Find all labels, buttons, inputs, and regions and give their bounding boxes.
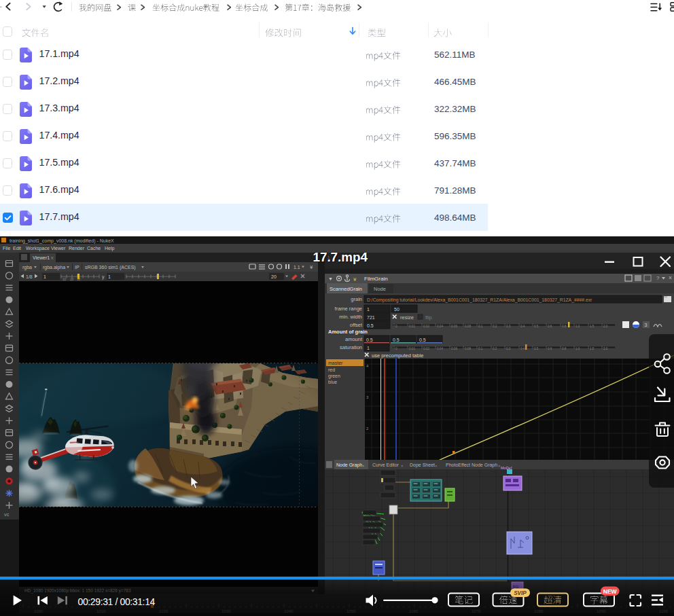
svg-text:Node: Node <box>374 286 386 292</box>
svg-text:0.3: 0.3 <box>506 325 511 328</box>
svg-text:×: × <box>435 464 438 468</box>
svg-text:Render: Render <box>69 246 85 251</box>
svg-text:0.01: 0.01 <box>409 347 415 350</box>
svg-text:sRGB 360 sim1 (ACES): sRGB 360 sim1 (ACES) <box>85 265 136 270</box>
svg-text:Curve Editor: Curve Editor <box>372 463 400 467</box>
svg-text:Workspace: Workspace <box>26 246 50 251</box>
svg-text:1.1: 1.1 <box>294 265 300 270</box>
svg-text:1: 1 <box>43 274 46 279</box>
svg-text:0.1: 0.1 <box>478 347 483 350</box>
svg-text:0.04: 0.04 <box>437 347 443 350</box>
svg-text:▼: ▼ <box>328 276 333 281</box>
svg-text:×: × <box>362 464 365 468</box>
svg-text:0: 0 <box>395 347 397 350</box>
svg-text:1: 1 <box>367 307 370 312</box>
svg-text:0.06: 0.06 <box>451 347 457 350</box>
svg-text:0.5: 0.5 <box>367 323 374 328</box>
svg-text:vc: vc <box>4 511 10 518</box>
svg-text:0.4: 0.4 <box>520 347 525 350</box>
svg-text:NEW: NEW <box>603 588 618 595</box>
svg-text:×: × <box>669 274 672 281</box>
svg-text:0.08: 0.08 <box>465 325 471 328</box>
svg-text:10 20 30: 10 20 30 <box>63 278 81 281</box>
svg-text:¥: ¥ <box>309 264 313 270</box>
svg-text:50: 50 <box>394 307 400 312</box>
svg-text:saturation: saturation <box>340 344 362 350</box>
svg-text:0.02: 0.02 <box>423 325 429 328</box>
svg-text:use precomputed table: use precomputed table <box>372 352 423 359</box>
svg-text:frame range: frame range <box>335 306 362 312</box>
svg-text:1.0: 1.0 <box>575 347 580 350</box>
svg-text:0.2: 0.2 <box>493 325 497 328</box>
svg-text:0.04: 0.04 <box>437 325 443 328</box>
svg-text:0.06: 0.06 <box>451 325 457 328</box>
svg-text:3: 3 <box>645 323 648 327</box>
svg-text:ScannedGrain: ScannedGrain <box>330 286 362 292</box>
svg-text:y: y <box>102 274 105 280</box>
svg-text:0.8: 0.8 <box>562 325 567 328</box>
svg-text:offset: offset <box>350 322 363 328</box>
svg-text:SVIP: SVIP <box>514 590 527 596</box>
svg-text:0.8: 0.8 <box>562 347 567 350</box>
svg-text:0.02: 0.02 <box>423 347 429 350</box>
svg-text:0.1: 0.1 <box>478 325 483 328</box>
svg-text:721: 721 <box>367 315 375 320</box>
svg-text:0.5: 0.5 <box>419 338 426 342</box>
svg-text:green: green <box>328 374 340 379</box>
svg-text:red: red <box>328 367 335 372</box>
svg-text:?: ? <box>656 275 660 281</box>
svg-text:0.4: 0.4 <box>520 325 525 328</box>
svg-text:0.08: 0.08 <box>465 347 471 350</box>
svg-text:rgba.alpha: rgba.alpha <box>43 265 65 270</box>
svg-text:Help: Help <box>105 246 115 251</box>
svg-text:0.01: 0.01 <box>409 325 415 328</box>
svg-text:1: 1 <box>367 346 370 350</box>
svg-text:2.0: 2.0 <box>603 325 608 328</box>
svg-text:File: File <box>3 246 10 251</box>
svg-text:0.5: 0.5 <box>393 338 400 342</box>
svg-text:training_shot1_comp_v008.nk (m: training_shot1_comp_v008.nk (modified) -… <box>10 238 114 244</box>
svg-text:00:29:31 / 00:31:14: 00:29:31 / 00:31:14 <box>78 596 156 607</box>
svg-text:D:/Compositing tutorial/Lookde: D:/Compositing tutorial/Lookdev/Alexa_B0… <box>367 297 592 303</box>
svg-text:0.5: 0.5 <box>534 347 539 350</box>
svg-text:Cache: Cache <box>87 246 101 251</box>
svg-text:x: x <box>51 255 54 260</box>
svg-text:2.0: 2.0 <box>603 347 608 350</box>
svg-text:flip: flip <box>425 314 432 321</box>
svg-text:Dope Sheet: Dope Sheet <box>410 463 435 468</box>
svg-text:0.5: 0.5 <box>534 325 539 328</box>
svg-text:rgba: rgba <box>22 265 32 270</box>
svg-text:20: 20 <box>271 274 277 279</box>
svg-text:0.2: 0.2 <box>493 347 497 350</box>
svg-text:min. width: min. width <box>339 314 362 320</box>
svg-text:1: 1 <box>108 274 111 279</box>
svg-text:Amount of grain: Amount of grain <box>328 329 368 335</box>
svg-text:blue: blue <box>328 380 337 384</box>
svg-text:FilmGrain: FilmGrain <box>364 276 388 282</box>
svg-text:Edit: Edit <box>13 246 21 251</box>
svg-text:resize: resize <box>400 314 414 321</box>
svg-text:Viewer: Viewer <box>51 246 66 251</box>
svg-text:17.7.mp4: 17.7.mp4 <box>313 250 368 264</box>
svg-text:grain: grain <box>351 296 362 302</box>
svg-text:×: × <box>401 464 404 468</box>
svg-text:1.0: 1.0 <box>575 325 580 328</box>
svg-text:0.6: 0.6 <box>548 325 552 328</box>
svg-text:master: master <box>328 361 343 365</box>
svg-text:PhotoEffect Node Graph: PhotoEffect Node Graph <box>446 463 497 468</box>
svg-text:1.5: 1.5 <box>590 325 595 328</box>
svg-text:amount: amount <box>345 336 363 342</box>
svg-text:IP: IP <box>75 265 79 270</box>
svg-text:0.3: 0.3 <box>506 347 511 350</box>
svg-text:¥: ¥ <box>353 276 357 283</box>
svg-text:Node Graph: Node Graph <box>336 463 362 468</box>
svg-text:Viewer1: Viewer1 <box>33 255 50 260</box>
svg-text:0.5: 0.5 <box>366 338 373 342</box>
svg-text:1.5: 1.5 <box>590 347 595 350</box>
svg-text:0: 0 <box>395 325 397 328</box>
svg-text:0.6: 0.6 <box>548 347 552 350</box>
svg-text:1/8: 1/8 <box>26 274 33 279</box>
